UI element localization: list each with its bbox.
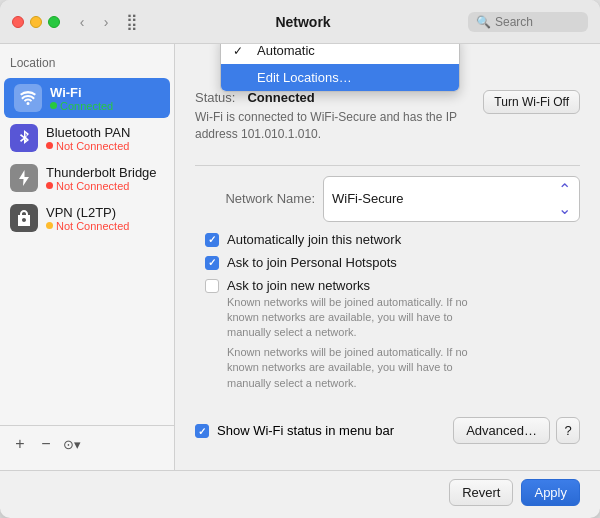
bluetooth-status-text: Not Connected [56,140,129,152]
advanced-button[interactable]: Advanced… [453,417,550,444]
status-info: Wi-Fi is connected to WiFi-Secure and ha… [195,109,483,143]
vpn-icon [10,204,38,232]
nav-buttons: ‹ › [72,12,116,32]
window-title: Network [138,14,468,30]
search-input[interactable] [495,15,575,29]
check-icon: ✓ [233,44,249,58]
back-button[interactable]: ‹ [72,12,92,32]
location-label: Location [10,56,55,70]
wifi-icon [14,84,42,112]
location-dropdown[interactable]: ✓ Automatic Edit Locations… [220,44,460,92]
new-networks-checkbox[interactable] [205,279,219,293]
footer-actions: Revert Apply [0,470,600,518]
auto-join-row: Automatically join this network [195,232,580,247]
wifi-status: Connected [50,100,113,112]
thunderbolt-status: Not Connected [46,180,157,192]
network-name-value: WiFi-Secure [332,191,558,206]
dropdown-item-edit-label: Edit Locations… [257,70,352,85]
titlebar: ‹ › ⣿ Network 🔍 [0,0,600,44]
more-options-button[interactable]: ⊙▾ [60,432,84,456]
new-networks-label: Ask to join new networks [227,278,370,293]
bluetooth-name: Bluetooth PAN [46,125,130,140]
personal-hotspot-row: Ask to join Personal Hotspots [195,255,580,270]
status-section: Status: Connected Wi-Fi is connected to … [195,90,580,143]
vpn-info: VPN (L2TP) Not Connected [46,205,129,232]
vpn-status-dot [46,222,53,229]
turn-wifi-off-button[interactable]: Turn Wi-Fi Off [483,90,580,114]
bluetooth-icon [10,124,38,152]
vpn-name: VPN (L2TP) [46,205,129,220]
right-buttons: Advanced… ? [453,417,580,444]
bottom-controls: Show Wi-Fi status in menu bar Advanced… … [195,405,580,454]
thunderbolt-info: Thunderbolt Bridge Not Connected [46,165,157,192]
close-button[interactable] [12,16,24,28]
bluetooth-status: Not Connected [46,140,130,152]
auto-join-checkbox[interactable] [205,233,219,247]
thunderbolt-status-text: Not Connected [56,180,129,192]
dropdown-item-automatic-label: Automatic [257,44,315,58]
status-label: Status: [195,90,235,105]
auto-join-label: Automatically join this network [227,232,401,247]
dropdown-item-edit[interactable]: Edit Locations… [221,64,459,91]
thunderbolt-name: Thunderbolt Bridge [46,165,157,180]
revert-button[interactable]: Revert [449,479,513,506]
search-icon: 🔍 [476,15,491,29]
bluetooth-info: Bluetooth PAN Not Connected [46,125,130,152]
new-networks-row: Ask to join new networks Known networks … [195,278,580,341]
vpn-status: Not Connected [46,220,129,232]
traffic-lights [12,16,60,28]
status-value: Connected [247,90,483,105]
remove-network-button[interactable]: − [34,432,58,456]
apps-grid-icon[interactable]: ⣿ [126,12,138,31]
apply-button[interactable]: Apply [521,479,580,506]
new-networks-description: Known networks will be joined automatica… [195,345,495,391]
minimize-button[interactable] [30,16,42,28]
wifi-name: Wi-Fi [50,85,113,100]
thunderbolt-status-dot [46,182,53,189]
status-row: Status: Connected [195,90,483,105]
new-networks-info: Ask to join new networks Known networks … [227,278,487,341]
search-box[interactable]: 🔍 [468,12,588,32]
personal-hotspot-info: Ask to join Personal Hotspots [227,255,397,270]
bluetooth-status-dot [46,142,53,149]
network-name-label: Network Name: [195,191,315,206]
sidebar-item-bluetooth[interactable]: Bluetooth PAN Not Connected [0,118,174,158]
vpn-status-text: Not Connected [56,220,129,232]
sidebar-bottom: + − ⊙▾ [0,425,174,462]
auto-join-info: Automatically join this network [227,232,401,247]
main-panel: ✓ Automatic Edit Locations… Status: Conn… [175,44,600,470]
sidebar-item-thunderbolt[interactable]: Thunderbolt Bridge Not Connected [0,158,174,198]
show-wifi-label: Show Wi-Fi status in menu bar [217,423,394,438]
dropdown-item-automatic[interactable]: ✓ Automatic [221,44,459,64]
network-list: Wi-Fi Connected Blue [0,78,174,425]
personal-hotspot-checkbox[interactable] [205,256,219,270]
content: Location Wi-Fi Connected [0,44,600,470]
show-wifi-row: Show Wi-Fi status in menu bar Advanced… … [195,417,580,444]
sidebar-item-wifi[interactable]: Wi-Fi Connected [4,78,170,118]
divider-1 [195,165,580,166]
new-networks-sublabel: Known networks will be joined automatica… [227,295,487,341]
network-name-row: Network Name: WiFi-Secure ⌃⌄ [195,176,580,222]
sidebar: Location Wi-Fi Connected [0,44,175,470]
add-network-button[interactable]: + [8,432,32,456]
network-name-arrow-icon: ⌃⌄ [558,180,571,218]
help-button[interactable]: ? [556,417,580,444]
wifi-status-text: Connected [60,100,113,112]
location-bar: Location [0,52,174,78]
sidebar-item-vpn[interactable]: VPN (L2TP) Not Connected [0,198,174,238]
personal-hotspot-label: Ask to join Personal Hotspots [227,255,397,270]
wifi-info: Wi-Fi Connected [50,85,113,112]
forward-button[interactable]: › [96,12,116,32]
network-name-field[interactable]: WiFi-Secure ⌃⌄ [323,176,580,222]
maximize-button[interactable] [48,16,60,28]
show-wifi-checkbox[interactable] [195,424,209,438]
window: ‹ › ⣿ Network 🔍 Location [0,0,600,518]
wifi-status-dot [50,102,57,109]
thunderbolt-icon [10,164,38,192]
